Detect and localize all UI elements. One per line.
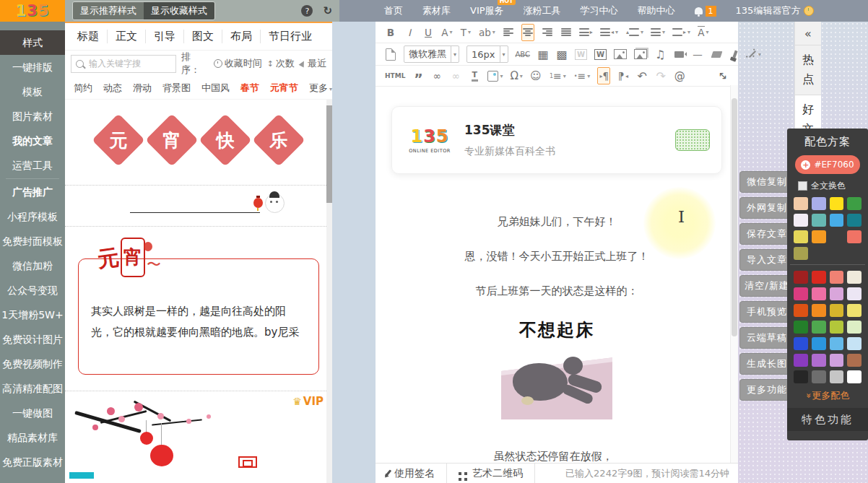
font-color-button[interactable]: A▾ bbox=[441, 25, 453, 40]
insert-music-button[interactable]: ♫ bbox=[654, 46, 666, 62]
tab-guide-styles[interactable]: 引导 bbox=[146, 30, 184, 43]
category-chinese-style[interactable]: 中国风 bbox=[201, 82, 230, 95]
style-item-quote-box[interactable]: 元 宵 〜 其实人跟树是一样的，越是向往高处的阳光，它的根就越要伸向黑暗的地底。… bbox=[65, 227, 332, 391]
strikethrough-button[interactable]: ABC bbox=[516, 46, 531, 62]
color-swatch[interactable] bbox=[812, 214, 826, 227]
font-family-select[interactable]: 微软雅黑▾ bbox=[404, 45, 459, 63]
color-swatch[interactable] bbox=[794, 214, 808, 227]
style-list-scrollbar[interactable] bbox=[326, 100, 332, 483]
sidebar-item-ad-promotion[interactable]: 广告推广 bbox=[0, 180, 65, 204]
sidebar-item-styles[interactable]: 样式 bbox=[0, 30, 65, 55]
horizontal-rule-button[interactable]: — bbox=[692, 46, 703, 62]
use-signature-button[interactable]: 使用签名 bbox=[376, 464, 447, 483]
color-swatch[interactable] bbox=[794, 354, 808, 367]
color-swatch[interactable] bbox=[830, 354, 844, 367]
external-copy-button[interactable]: 外网复制 bbox=[739, 197, 794, 219]
insert-table-button[interactable]: ▦ bbox=[537, 46, 549, 62]
blockquote-button[interactable]: ” bbox=[412, 71, 424, 87]
category-simple[interactable]: 简约 bbox=[74, 82, 92, 95]
sidebar-item-my-articles[interactable]: 我的文章 bbox=[0, 129, 65, 153]
color-swatch[interactable] bbox=[794, 287, 808, 300]
italic-button[interactable]: I bbox=[404, 25, 415, 40]
135-classroom-card[interactable]: 135 ONLINE EDITOR 135课堂 专业新媒体百科全书 bbox=[391, 106, 722, 174]
clear-new-button[interactable]: 清空/新建 bbox=[739, 275, 794, 297]
insert-link-button[interactable]: ∞ bbox=[431, 68, 443, 84]
search-input[interactable] bbox=[87, 58, 171, 69]
tab-body-styles[interactable]: 正文 bbox=[108, 30, 146, 43]
nav-vip-service[interactable]: VIP服务HOT bbox=[470, 4, 504, 17]
category-lantern-festival[interactable]: 元宵节 bbox=[270, 82, 298, 95]
color-swatch[interactable] bbox=[812, 370, 826, 383]
text-background-button[interactable]: ab▾ bbox=[479, 25, 495, 40]
redo-button[interactable]: ↷ bbox=[655, 68, 667, 84]
current-color-button[interactable]: +#EF7060 bbox=[795, 155, 860, 174]
tab-image-text-styles[interactable]: 图文 bbox=[184, 30, 222, 43]
color-swatch[interactable] bbox=[794, 247, 808, 260]
outdent-button[interactable]: ◂▾ bbox=[600, 25, 618, 40]
category-more[interactable]: 更多▾ bbox=[309, 82, 332, 95]
color-swatch[interactable] bbox=[830, 321, 844, 334]
tab-festival-industry-styles[interactable]: 节日行业 bbox=[261, 30, 320, 43]
sidebar-item-wechat-fans[interactable]: 微信加粉 bbox=[0, 253, 65, 278]
sidebar-item-fans-growth[interactable]: 1天增粉5W+ bbox=[0, 303, 65, 327]
color-swatch[interactable] bbox=[847, 304, 862, 317]
recolor-all-checkbox[interactable]: 全文换色 bbox=[798, 180, 868, 192]
show-recommended-styles-button[interactable]: 显示推荐样式 bbox=[73, 2, 144, 19]
color-swatch[interactable] bbox=[847, 230, 862, 243]
cloud-draft-button[interactable]: 云端草稿 bbox=[739, 327, 794, 349]
sidebar-item-premium-material[interactable]: 精品素材库 bbox=[0, 425, 65, 450]
insert-video-button[interactable] bbox=[673, 46, 685, 62]
color-swatch[interactable] bbox=[830, 214, 844, 227]
color-swatch[interactable] bbox=[812, 271, 826, 284]
category-slide[interactable]: 滑动 bbox=[133, 82, 152, 95]
sidebar-item-free-video-production[interactable]: 免费视频制作 bbox=[0, 352, 65, 376]
category-background[interactable]: 背景图 bbox=[162, 82, 191, 95]
rtl-paragraph-button[interactable]: ¶◂ bbox=[617, 68, 629, 84]
nav-material-library[interactable]: 素材库 bbox=[422, 4, 451, 17]
color-swatch[interactable] bbox=[794, 337, 808, 350]
account-menu[interactable]: 135编辑器官方 bbox=[736, 4, 815, 17]
tab-hot-topics[interactable]: 热点 bbox=[795, 45, 821, 95]
special-char-button[interactable]: Ω▾ bbox=[510, 68, 522, 84]
special-features-button[interactable]: 特色功能 bbox=[787, 408, 868, 431]
color-swatch[interactable] bbox=[830, 337, 844, 350]
nav-help-center[interactable]: 帮助中心 bbox=[638, 4, 675, 17]
mention-button[interactable]: @ bbox=[674, 68, 685, 84]
style-item-chick-divider[interactable] bbox=[65, 186, 332, 227]
color-swatch[interactable] bbox=[830, 370, 844, 383]
magic-fill-button[interactable]: ▾ bbox=[748, 46, 761, 62]
sidebar-item-hd-images[interactable]: 高清精准配图 bbox=[0, 376, 65, 401]
art-qrcode-button[interactable]: 艺术二维码 bbox=[447, 464, 535, 483]
meme-image[interactable]: 不想起床 bbox=[501, 318, 612, 419]
unlink-button[interactable]: ∞ bbox=[450, 68, 461, 84]
scrollbar-thumb[interactable] bbox=[732, 98, 737, 336]
color-swatch[interactable] bbox=[847, 370, 862, 383]
font-size-select[interactable]: 16px▾ bbox=[466, 45, 508, 63]
scrollbar-thumb[interactable] bbox=[326, 105, 332, 203]
color-swatch[interactable] bbox=[847, 271, 862, 284]
notifications[interactable]: 1 bbox=[695, 6, 716, 17]
color-swatch[interactable] bbox=[812, 354, 826, 367]
color-swatch[interactable] bbox=[847, 214, 862, 227]
sidebar-item-one-click-layout[interactable]: 一键排版 bbox=[0, 55, 65, 79]
ltr-paragraph-button[interactable]: ▸¶ bbox=[597, 67, 610, 84]
paragraph[interactable]: 节后上班第一天的状态是这样的： bbox=[376, 284, 738, 299]
sidebar-item-image-material[interactable]: 图片素材 bbox=[0, 104, 65, 129]
paragraph[interactable]: 兄弟姐妹儿们，下午好！ bbox=[376, 214, 738, 230]
letter-spacing-button[interactable]: ▸▾ bbox=[672, 25, 690, 40]
color-swatch[interactable] bbox=[847, 337, 862, 350]
insert-image-button[interactable] bbox=[614, 46, 627, 62]
paragraph-spacing-button[interactable]: ▴▾ bbox=[625, 25, 643, 40]
generate-long-image-button[interactable]: 生成长图 bbox=[739, 353, 794, 375]
tab-title-styles[interactable]: 标题 bbox=[69, 30, 108, 43]
ordered-list-button[interactable]: 1≡▾ bbox=[549, 68, 566, 84]
color-swatch[interactable] bbox=[794, 304, 808, 317]
image-gallery-button[interactable] bbox=[634, 46, 647, 62]
bold-button[interactable]: B bbox=[385, 25, 396, 40]
sort-by-favorite-time[interactable]: 收藏时间 bbox=[214, 57, 262, 70]
text-direction-button[interactable]: A▾ bbox=[698, 25, 709, 40]
emoji-button[interactable]: ☺ bbox=[530, 68, 542, 84]
underline-button[interactable]: U bbox=[422, 25, 434, 40]
fullscreen-button[interactable]: ↔ bbox=[717, 68, 729, 84]
format-painter-button[interactable] bbox=[729, 46, 741, 62]
